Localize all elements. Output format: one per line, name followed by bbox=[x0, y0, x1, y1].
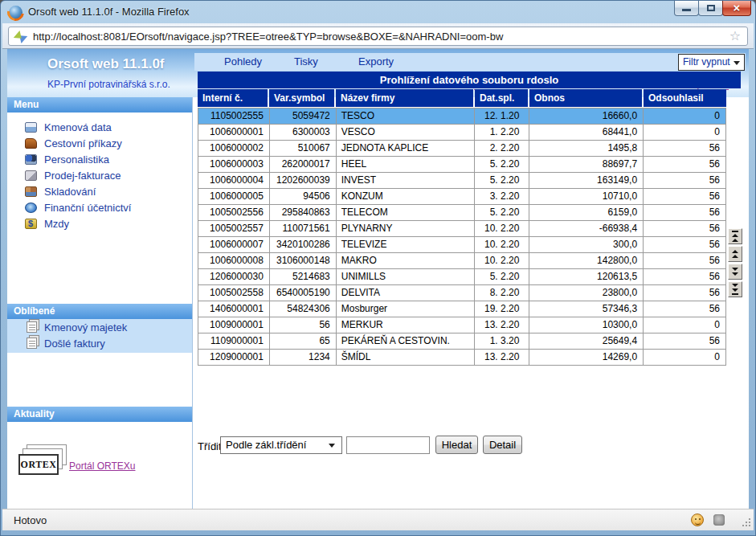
master-data-icon bbox=[25, 122, 37, 133]
table-cell: 25649,4 bbox=[529, 333, 644, 350]
last-row-button[interactable] bbox=[728, 281, 742, 297]
table-cell: 6300003 bbox=[270, 125, 337, 141]
sort-select[interactable]: Podle zákl.třídění bbox=[220, 436, 342, 454]
resize-grip[interactable] bbox=[741, 517, 751, 527]
table-cell: 56 bbox=[644, 269, 726, 285]
ortex-portal-link[interactable]: Portál ORTEXu bbox=[69, 460, 135, 472]
table-cell: Mosburger bbox=[337, 301, 476, 317]
minimize-button[interactable] bbox=[674, 1, 699, 16]
table-row[interactable]: 10050025586540005190DELVITA8. 2.2023800,… bbox=[198, 285, 726, 301]
favorite-item-label: Kmenový majetek bbox=[44, 321, 127, 333]
data-table: Interní č.Var.symbolNázev firmyDat.spl.O… bbox=[198, 89, 726, 366]
table-row[interactable]: 1006000003262000017HEEL5. 2.2088697,756 bbox=[198, 157, 726, 173]
addon-icon[interactable] bbox=[713, 514, 725, 526]
table-cell: 6159,0 bbox=[529, 205, 644, 221]
table-row[interactable]: 10060000041202600039INVEST5. 2.20163149,… bbox=[198, 173, 726, 189]
sort-label: Třídit bbox=[198, 440, 222, 452]
table-cell: 5. 2.20 bbox=[475, 205, 529, 221]
smiley-addon-icon[interactable] bbox=[691, 513, 704, 526]
table-cell: 56 bbox=[644, 173, 726, 189]
chevron-down-icon bbox=[329, 444, 335, 448]
filter-select[interactable]: Filtr vypnut bbox=[678, 54, 745, 71]
favorite-item-2[interactable]: Došlé faktury bbox=[7, 335, 192, 351]
table-cell: 56 bbox=[644, 205, 726, 221]
page-down-button[interactable] bbox=[728, 264, 742, 280]
page-content: Orsoft web 11.1.0f KP-První potravinářsk… bbox=[7, 49, 749, 509]
table-cell: 1006000008 bbox=[198, 253, 270, 269]
table-row[interactable]: 1005002556295840863TELECOM5. 2.206159,05… bbox=[198, 205, 726, 221]
people-icon bbox=[25, 154, 37, 165]
row-navigation bbox=[728, 228, 742, 299]
table-cell: PLYNARNY bbox=[337, 221, 476, 237]
content-toolbar: PohledyTiskyExporty bbox=[194, 53, 746, 71]
table-cell: 5059472 bbox=[270, 108, 337, 125]
cash-register-icon bbox=[25, 170, 37, 181]
detail-button[interactable]: Detail bbox=[483, 436, 522, 454]
window-title: Orsoft web 11.1.0f - Mozilla Firefox bbox=[28, 6, 190, 18]
sidebar-item-1[interactable]: Kmenová data bbox=[7, 119, 192, 135]
table-cell: 0 bbox=[644, 350, 726, 366]
table-cell: 65 bbox=[270, 333, 337, 350]
favorite-item-1[interactable]: Kmenový majetek bbox=[7, 319, 192, 335]
sidebar-item-5[interactable]: Skladování bbox=[7, 183, 192, 199]
menu-section-header: Menu bbox=[7, 97, 192, 113]
table-cell: 120613,5 bbox=[529, 269, 644, 285]
toolbar-item-3[interactable]: Exporty bbox=[358, 53, 394, 71]
browse-title: Prohlížení datového souboru rdoslo bbox=[198, 72, 741, 88]
table-cell: 1234 bbox=[270, 350, 337, 366]
first-row-button[interactable] bbox=[728, 228, 742, 244]
search-input[interactable] bbox=[346, 436, 430, 454]
table-cell: 94506 bbox=[270, 189, 337, 205]
table-cell: ŠMÍDL bbox=[337, 350, 476, 366]
sidebar-item-6[interactable]: Finanční účetnictví bbox=[7, 199, 192, 215]
url-input[interactable]: http://localhost:8081/EOrsoft/navigace.j… bbox=[8, 27, 748, 46]
table-cell: 56 bbox=[644, 189, 726, 205]
table-cell: 5. 2.20 bbox=[475, 157, 529, 173]
table-cell: 1005002558 bbox=[198, 285, 270, 301]
table-row[interactable]: 100600000594506KONZUM3. 2.2010710,056 bbox=[198, 189, 726, 205]
sidebar-item-2[interactable]: Cestovní příkazy bbox=[7, 135, 192, 151]
close-button[interactable]: × bbox=[722, 1, 751, 16]
close-icon: × bbox=[723, 1, 750, 14]
table-cell: 163149,0 bbox=[529, 173, 644, 189]
minimize-icon bbox=[682, 9, 691, 11]
table-row[interactable]: 12090000011234ŠMÍDL13. 2.2014269,00 bbox=[198, 350, 726, 366]
table-cell: 5. 2.20 bbox=[475, 269, 529, 285]
sidebar-item-3[interactable]: Personalistika bbox=[7, 151, 192, 167]
table-cell: TELEVIZE bbox=[337, 237, 476, 253]
table-row[interactable]: 10060000016300003VESCO1. 2.2068441,00 bbox=[198, 125, 726, 141]
table-cell: -66938,4 bbox=[529, 221, 644, 237]
table-cell: 0 bbox=[644, 125, 726, 141]
bookmark-star-icon[interactable]: ☆ bbox=[729, 28, 741, 43]
table-row[interactable]: 11050025555059472TESCO12. 1.2016660,00 bbox=[198, 108, 726, 125]
table-row[interactable]: 100900000156MERKUR13. 2.2010300,00 bbox=[198, 317, 726, 333]
toolbar-item-1[interactable]: Pohledy bbox=[224, 53, 262, 71]
table-row[interactable]: 140600000154824306Mosburger19. 2.2057346… bbox=[198, 301, 726, 317]
warehouse-icon bbox=[25, 186, 37, 197]
sidebar-item-4[interactable]: Prodej-fakturace bbox=[7, 167, 192, 183]
table-row[interactable]: 10060000083106000148MAKRO10. 2.20142800,… bbox=[198, 253, 726, 269]
table-row[interactable]: 10060000073420100286TELEVIZE10. 2.20300,… bbox=[198, 237, 726, 253]
table-row[interactable]: 110900000165PEKÁREŇ A CESTOVIN.1. 3.2025… bbox=[198, 333, 726, 350]
table-row[interactable]: 1006000002510067JEDNOTA KAPLICE2. 2.2014… bbox=[198, 141, 726, 157]
sidebar-item-7[interactable]: Mzdy bbox=[7, 215, 192, 231]
toolbar-item-2[interactable]: Tisky bbox=[294, 53, 318, 71]
sidebar-item-label: Cestovní příkazy bbox=[44, 137, 122, 149]
page-up-button[interactable] bbox=[728, 246, 742, 262]
table-cell: 5214683 bbox=[270, 269, 337, 285]
table-cell: 6540005190 bbox=[270, 285, 337, 301]
table-cell: 1006000001 bbox=[198, 125, 270, 141]
ortex-logo: ORTEX bbox=[18, 444, 67, 475]
maximize-button[interactable] bbox=[698, 1, 723, 16]
double-down-icon bbox=[732, 284, 738, 287]
table-cell: 1006000003 bbox=[198, 157, 270, 173]
table-cell: 1406000001 bbox=[198, 301, 270, 317]
table-row[interactable]: 1005002557110071561PLYNARNY10. 2.20-6693… bbox=[198, 221, 726, 237]
table-cell: 1006000007 bbox=[198, 237, 270, 253]
table-cell: 8. 2.20 bbox=[475, 285, 529, 301]
table-row[interactable]: 12060000305214683UNIMILLS5. 2.20120613,5… bbox=[198, 269, 726, 285]
table-cell: 56 bbox=[644, 301, 726, 317]
table-cell: 56 bbox=[644, 285, 726, 301]
search-button[interactable]: Hledat bbox=[435, 436, 478, 454]
sidebar-item-label: Prodej-fakturace bbox=[44, 170, 121, 182]
